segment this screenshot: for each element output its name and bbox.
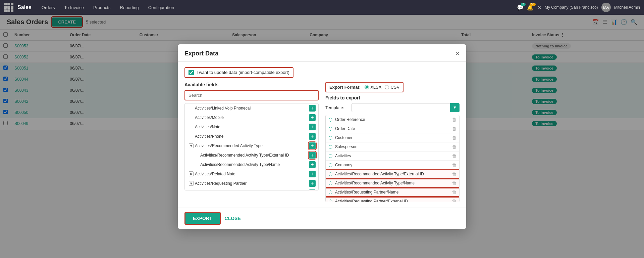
tree-item-label: Activities/Requesting Partner	[195, 181, 308, 186]
add-field-button[interactable]: +	[309, 189, 316, 190]
export-field-item: ⬡ Company 🗑	[326, 161, 459, 170]
modal-overlay: Export Data × I want to update data (imp…	[0, 15, 644, 258]
tree-item[interactable]: Activities/Requesting Partner/External I…	[185, 188, 318, 190]
export-field-label: Company	[335, 163, 352, 167]
export-field-label: Customer	[335, 135, 353, 140]
nav-configuration[interactable]: Configuration	[145, 4, 177, 11]
user-name: Mitchell Admin	[614, 5, 640, 10]
delete-field-button[interactable]: 🗑	[452, 153, 457, 159]
template-dropdown-button[interactable]: ▼	[450, 103, 460, 112]
nav-to-invoice[interactable]: To Invoice	[61, 4, 88, 11]
delete-field-button[interactable]: 🗑	[452, 117, 457, 122]
drag-icon[interactable]: ⬡	[328, 126, 332, 131]
add-field-button[interactable]: +	[309, 161, 316, 168]
modal-title: Export Data	[184, 50, 218, 57]
update-data-label: I want to update data (import-compatible…	[197, 70, 289, 75]
page-content: Sales Orders CREATE 5 selected 📅 ☰ 📊 🕐 🔍…	[0, 15, 644, 258]
add-field-button[interactable]: +	[309, 124, 316, 130]
available-fields-title: Available fields	[184, 82, 319, 87]
drag-icon[interactable]: ⬡	[328, 162, 332, 168]
export-field-label: Salesperson	[335, 144, 358, 149]
export-field-label: Order Reference	[335, 117, 365, 122]
add-field-button[interactable]: +	[309, 105, 316, 112]
close-button[interactable]: CLOSE	[225, 216, 241, 221]
export-field-item: ⬡ Order Date 🗑	[326, 124, 459, 133]
app-grid-icon[interactable]	[4, 3, 13, 12]
export-field-item: ⬡ Activities/Requesting Partner/Name 🗑	[326, 188, 459, 197]
company-name[interactable]: My Company (San Francisco)	[545, 5, 598, 10]
modal-footer: EXPORT CLOSE	[178, 208, 466, 229]
delete-field-button[interactable]: 🗑	[452, 162, 457, 168]
radio-csv[interactable]: CSV	[385, 85, 399, 90]
expand-icon[interactable]: ▶	[189, 171, 194, 176]
expand-icon[interactable]: ▼	[189, 143, 194, 148]
tree-item[interactable]: Activities/Note +	[185, 122, 318, 132]
delete-field-button[interactable]: 🗑	[452, 171, 457, 177]
export-field-item: ⬡ Activities/Requesting Partner/External…	[326, 197, 459, 202]
tree-item[interactable]: ▼ Activities/Requesting Partner +	[185, 179, 318, 188]
orange-badge-icon[interactable]: 🔔 34	[527, 4, 534, 11]
tree-item[interactable]: Activities/Recommended Activity Type/Ext…	[185, 150, 318, 160]
x-icon[interactable]: ✕	[537, 4, 541, 11]
template-select[interactable]	[352, 103, 450, 112]
tree-item-label: Activities/Related Note	[195, 172, 308, 176]
modal-body: I want to update data (import-compatible…	[178, 62, 466, 208]
nav-orders[interactable]: Orders	[38, 4, 58, 11]
export-field-label: Activities/Requesting Partner/External I…	[335, 199, 408, 202]
drag-icon[interactable]: ⬡	[328, 199, 332, 202]
drag-icon[interactable]: ⬡	[328, 135, 332, 140]
add-field-button[interactable]: +	[309, 133, 316, 140]
tree-item[interactable]: ▶ Activities/Related Note +	[185, 169, 318, 179]
delete-field-button[interactable]: 🗑	[452, 189, 457, 195]
tree-item[interactable]: Activities/Mobile +	[185, 113, 318, 122]
fields-to-export-col: Export Format: XLSX CSV	[325, 82, 460, 202]
drag-icon[interactable]: ⬡	[328, 171, 332, 177]
green-badge-icon[interactable]: 💬 5	[517, 4, 524, 11]
drag-icon[interactable]: ⬡	[328, 117, 332, 122]
add-field-button[interactable]: +	[309, 180, 316, 187]
add-field-button[interactable]: +	[309, 171, 316, 177]
tree-item[interactable]: Activities/Linked Voip Phonecall +	[185, 103, 318, 113]
tree-item[interactable]: Activities/Recommended Activity Type/Nam…	[185, 160, 318, 169]
template-label: Template:	[325, 105, 349, 110]
export-field-item: ⬡ Activities 🗑	[326, 152, 459, 161]
export-button[interactable]: EXPORT	[184, 212, 221, 225]
delete-field-button[interactable]: 🗑	[452, 180, 457, 186]
export-field-label: Order Date	[335, 126, 355, 131]
tree-item-label: Activities/Recommended Activity Type	[195, 143, 308, 148]
available-fields-col: Available fields Activities/Linked Voip …	[184, 82, 319, 202]
modal-close-button[interactable]: ×	[455, 50, 460, 57]
export-field-label: Activities/Requesting Partner/Name	[335, 190, 398, 195]
modal-columns: Available fields Activities/Linked Voip …	[184, 82, 460, 202]
radio-xlsx[interactable]: XLSX	[365, 85, 381, 90]
drag-icon[interactable]: ⬡	[328, 189, 332, 195]
tree-item[interactable]: Activities/Phone +	[185, 132, 318, 141]
export-format-row: Export Format: XLSX CSV	[325, 82, 404, 92]
tree-item-label: Activities/Recommended Activity Type/Nam…	[200, 162, 308, 167]
nav-reporting[interactable]: Reporting	[116, 4, 142, 11]
tree-item-label: Activities/Mobile	[195, 115, 308, 120]
delete-field-button[interactable]: 🗑	[452, 126, 457, 131]
user-avatar[interactable]: MA	[601, 3, 611, 12]
tree-item-label: Activities/Note	[195, 125, 308, 129]
delete-field-button[interactable]: 🗑	[452, 135, 457, 140]
add-field-button[interactable]: +	[309, 152, 316, 159]
search-wrapper	[184, 90, 319, 100]
drag-icon[interactable]: ⬡	[328, 180, 332, 186]
radio-csv-input[interactable]	[385, 85, 389, 89]
add-field-button[interactable]: +	[309, 142, 316, 149]
drag-icon[interactable]: ⬡	[328, 153, 332, 159]
search-input[interactable]	[184, 90, 319, 100]
delete-field-button[interactable]: 🗑	[452, 199, 457, 202]
brand-logo: Sales	[17, 4, 32, 10]
nav-products[interactable]: Products	[90, 4, 114, 11]
tree-item[interactable]: ▼ Activities/Recommended Activity Type +	[185, 141, 318, 150]
drag-icon[interactable]: ⬡	[328, 144, 332, 149]
radio-xlsx-label: XLSX	[370, 85, 381, 90]
export-field-label: Activities/Recommended Activity Type/Ext…	[335, 172, 424, 176]
update-data-checkbox[interactable]	[189, 70, 194, 75]
radio-xlsx-input[interactable]	[365, 85, 369, 89]
expand-icon[interactable]: ▼	[189, 181, 194, 186]
add-field-button[interactable]: +	[309, 114, 316, 121]
delete-field-button[interactable]: 🗑	[452, 144, 457, 149]
